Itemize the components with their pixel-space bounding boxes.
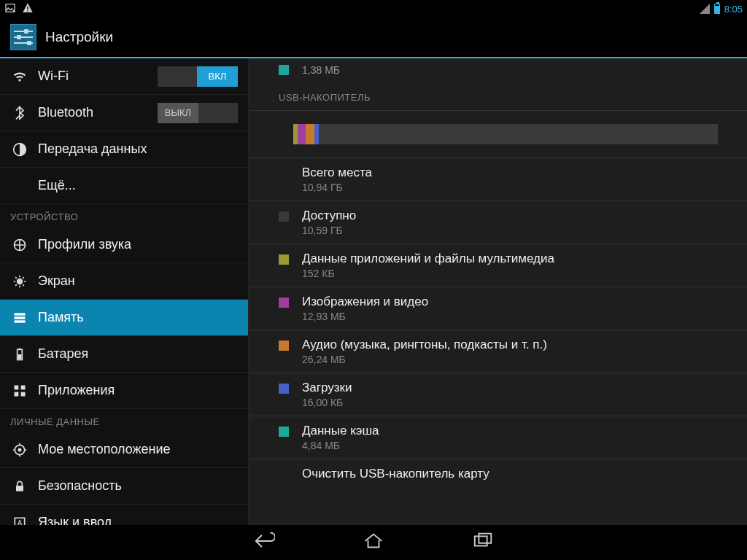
svg-rect-21: [479, 534, 491, 543]
svg-rect-11: [15, 385, 19, 389]
storage-entry[interactable]: Данные приложений и файлы мультимедиа152…: [249, 244, 747, 287]
svg-rect-12: [21, 385, 26, 389]
svg-rect-6: [15, 316, 26, 319]
entry-sub: 10,94 ГБ: [302, 182, 372, 193]
entry-title: Данные кэша: [302, 424, 379, 438]
title-bar: Настройки: [0, 18, 747, 58]
color-swatch: [279, 65, 289, 75]
sidebar-item-storage[interactable]: Память: [0, 300, 248, 336]
storage-entry[interactable]: Всего места10,94 ГБ: [249, 158, 747, 201]
entry-title: Всего места: [302, 166, 372, 180]
storage-entry[interactable]: Загрузки16,00 КБ: [249, 373, 747, 416]
data-label: Передача данных: [38, 141, 147, 157]
entry-title: Доступно: [302, 209, 356, 223]
svg-rect-10: [18, 354, 22, 359]
data-icon: [10, 142, 29, 157]
section-usb: USB-НАКОПИТЕЛЬ: [249, 86, 747, 111]
color-swatch: [279, 384, 289, 394]
wifi-label: Wi-Fi: [38, 69, 69, 84]
sidebar-item-display[interactable]: Экран: [0, 263, 248, 300]
storage-entry[interactable]: Изображения и видео12,93 МБ: [249, 287, 747, 330]
sidebar-item-bluetooth[interactable]: Bluetooth ВЫКЛ: [0, 95, 248, 131]
location-icon: [10, 443, 29, 457]
sidebar-item-more[interactable]: Ещё...: [0, 168, 248, 204]
color-swatch: [279, 427, 289, 437]
sound-icon: [10, 238, 29, 252]
entry-sub: 16,00 КБ: [302, 397, 352, 408]
storage-item-orphan[interactable]: 1,38 МБ: [249, 58, 747, 86]
entry-title: Аудио (музыка, рингтоны, подкасты и т. п…: [302, 338, 547, 352]
svg-rect-9: [18, 348, 20, 349]
display-icon: [10, 274, 29, 289]
sidebar-item-apps[interactable]: Приложения: [0, 373, 248, 409]
nav-bar: [0, 525, 747, 560]
status-bar: 8:05: [0, 0, 747, 18]
storage-entry[interactable]: Данные кэша4,84 МБ: [249, 416, 747, 459]
svg-rect-20: [475, 536, 487, 545]
category-device: УСТРОЙСТВО: [0, 204, 248, 227]
entry-sub: 10,59 ГБ: [302, 225, 356, 236]
wifi-icon: [10, 69, 29, 84]
gallery-icon: [4, 2, 16, 16]
clock: 8:05: [724, 4, 743, 15]
sidebar-item-security[interactable]: Безопасность: [0, 468, 248, 505]
sidebar-item-data[interactable]: Передача данных: [0, 131, 248, 168]
entry-title: Загрузки: [302, 381, 352, 395]
home-button[interactable]: [363, 532, 384, 553]
language-icon: A: [10, 516, 29, 526]
color-swatch: [279, 254, 289, 265]
entry-sub: 152 КБ: [302, 268, 554, 279]
color-swatch: [279, 211, 289, 222]
battery-menu-icon: [10, 347, 29, 362]
battery-icon: [714, 4, 720, 14]
wifi-toggle[interactable]: ВКЛ: [158, 66, 238, 87]
entry-sub: 12,93 МБ: [302, 311, 428, 322]
svg-rect-17: [16, 486, 23, 491]
entry-title: Очистить USB-накопитель карту: [302, 467, 489, 481]
color-swatch: [279, 341, 289, 351]
warning-icon: [22, 2, 34, 16]
svg-rect-14: [21, 392, 26, 396]
storage-entry[interactable]: Доступно10,59 ГБ: [249, 201, 747, 244]
storage-entry[interactable]: Очистить USB-накопитель карту: [249, 459, 747, 489]
sidebar: Wi-Fi ВКЛ Bluetooth ВЫКЛ Передача данных…: [0, 58, 249, 525]
svg-rect-0: [27, 7, 28, 9]
sidebar-item-language[interactable]: A Язык и ввод: [0, 505, 248, 525]
svg-rect-5: [15, 313, 26, 315]
entry-sub: 26,24 МБ: [302, 354, 547, 365]
apps-icon: [10, 384, 29, 398]
storage-bar-wrap: [249, 114, 747, 158]
storage-entry[interactable]: Аудио (музыка, рингтоны, подкасты и т. п…: [249, 330, 747, 373]
bluetooth-icon: [10, 106, 29, 120]
settings-icon: [10, 24, 36, 50]
entry-title: Данные приложений и файлы мультимедиа: [302, 252, 554, 266]
more-label: Ещё...: [38, 178, 76, 193]
recent-button[interactable]: [472, 532, 494, 553]
sidebar-item-wifi[interactable]: Wi-Fi ВКЛ: [0, 58, 248, 95]
bluetooth-toggle[interactable]: ВЫКЛ: [158, 103, 238, 123]
lock-icon: [10, 479, 29, 494]
content-pane: 1,38 МБ USB-НАКОПИТЕЛЬ Всего места10,94 …: [249, 58, 747, 525]
svg-rect-1: [27, 10, 28, 11]
sidebar-item-location[interactable]: Мое местоположение: [0, 432, 248, 468]
svg-point-16: [18, 448, 22, 451]
category-personal: ЛИЧНЫЕ ДАННЫЕ: [0, 409, 248, 432]
storage-bar: [293, 124, 718, 144]
back-button[interactable]: [253, 532, 275, 553]
storage-icon: [10, 311, 29, 325]
svg-point-4: [17, 278, 23, 284]
sidebar-item-battery[interactable]: Батарея: [0, 336, 248, 373]
entry-title: Изображения и видео: [302, 295, 428, 309]
entry-sub: 4,84 МБ: [302, 440, 379, 451]
sidebar-item-sound[interactable]: Профили звука: [0, 227, 248, 263]
svg-rect-13: [15, 392, 19, 396]
page-title: Настройки: [45, 29, 113, 45]
bluetooth-label: Bluetooth: [38, 105, 93, 120]
svg-text:A: A: [18, 519, 23, 525]
color-swatch: [279, 298, 289, 308]
svg-rect-7: [15, 320, 26, 322]
signal-icon: [700, 4, 710, 14]
